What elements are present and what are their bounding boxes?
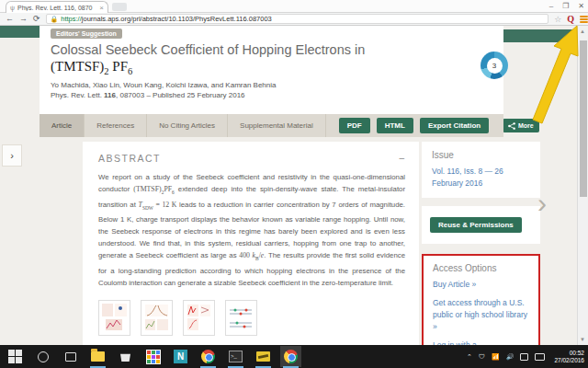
antivirus-tray-icon[interactable]: 🛡 — [479, 353, 485, 360]
window-restore-button[interactable]: ❐ — [562, 0, 569, 12]
reuse-card: Reuse & Permissions — [422, 206, 540, 244]
article-title-line1: Colossal Seebeck Coefficient of Hopping … — [51, 42, 365, 57]
pdf-button[interactable]: PDF — [339, 118, 370, 133]
yellow-app-button[interactable] — [255, 349, 271, 364]
scroll-up-icon[interactable]: ▲ — [580, 29, 585, 34]
access-options-card: Access Options Buy Article » Get access … — [422, 254, 540, 345]
reuse-permissions-button[interactable]: Reuse & Permissions — [430, 217, 522, 233]
more-share-label: More — [518, 122, 534, 129]
cortana-button[interactable] — [35, 349, 51, 364]
page-content: Editors' Suggestion Colossal Seebeck Coe… — [0, 26, 577, 345]
share-nodes-icon — [508, 122, 515, 130]
export-citation-button[interactable]: Export Citation — [420, 118, 489, 133]
tab-no-citing-articles[interactable]: No Citing Articles — [147, 114, 228, 137]
article-header-card: Editors' Suggestion Colossal Seebeck Coe… — [40, 26, 503, 114]
bookmark-star-icon[interactable]: ☆ — [554, 15, 561, 24]
taskbar-clock[interactable]: 00:52 27/02/2016 — [554, 350, 584, 364]
browser-toolbar: ← → ⟳ 🔒 https://journals.aps.org/prl/abs… — [0, 13, 588, 26]
abstract-card: ABSTRACT – We report on a study of the S… — [83, 142, 419, 345]
forward-button[interactable]: → — [19, 13, 28, 25]
altmetric-badge[interactable]: 3 — [481, 52, 508, 79]
yellow-app-icon — [256, 351, 270, 362]
grid-app-icon — [146, 350, 161, 364]
back-button[interactable]: ← — [6, 13, 14, 25]
store-button[interactable] — [118, 349, 133, 364]
access-options-heading: Access Options — [433, 263, 529, 273]
library-access-link[interactable]: Get access through a U.S. public or high… — [433, 297, 529, 333]
folder-icon — [91, 351, 105, 362]
tab-article[interactable]: Article — [40, 114, 85, 137]
cortana-circle-icon — [38, 351, 49, 362]
address-bar[interactable]: 🔒 https://journals.aps.org/prl/abstract/… — [46, 14, 549, 24]
tab-title: Phys. Rev. Lett. 116, 0870 — [17, 5, 97, 11]
chrome-menu-icon[interactable] — [580, 15, 588, 24]
n-app-button[interactable]: N — [173, 349, 188, 364]
action-center-icon[interactable] — [520, 353, 528, 361]
figure-3-thumbnail[interactable] — [183, 300, 215, 336]
command-prompt-icon: >_ — [229, 351, 243, 362]
tab-references[interactable]: References — [85, 114, 147, 137]
sidebar-expand-chevron[interactable]: › — [2, 144, 22, 167]
carousel-next-chevron[interactable]: › — [537, 190, 547, 217]
page-scrollbar[interactable]: ▲ ▼ — [577, 26, 588, 345]
site-header-bar-right — [503, 29, 577, 42]
windows-taskbar: N >_ ⌃ 🛡 📶 🔊 00:52 27/02/2016 — [0, 345, 588, 368]
altmetric-score: 3 — [487, 58, 503, 74]
tab-close-icon[interactable]: × — [99, 4, 104, 12]
volume-icon[interactable]: 🔊 — [506, 353, 514, 361]
keyboard-icon[interactable] — [535, 353, 545, 361]
tray-expand-icon[interactable]: ⌃ — [467, 353, 472, 361]
site-header-bar-left — [0, 26, 40, 38]
network-icon[interactable]: 📶 — [492, 353, 500, 361]
window-minimize-button[interactable]: – — [549, 0, 553, 12]
task-view-button[interactable] — [62, 349, 78, 364]
store-bag-icon — [120, 351, 130, 362]
figure-1-thumbnail[interactable] — [98, 300, 130, 336]
chrome-taskbar-button[interactable] — [200, 349, 216, 364]
command-prompt-button[interactable]: >_ — [228, 349, 243, 364]
grid-app-button[interactable] — [145, 349, 161, 364]
system-tray: ⌃ 🛡 📶 🔊 00:52 27/02/2016 — [467, 350, 584, 364]
html-button[interactable]: HTML — [377, 118, 413, 133]
chrome-active-icon — [284, 350, 298, 363]
sidebar: Issue Vol. 116, Iss. 8 — 26 February 201… — [422, 142, 540, 345]
article-citation: Phys. Rev. Lett. 116, 087003 – Published… — [51, 91, 245, 99]
editors-suggestion-badge: Editors' Suggestion — [51, 29, 122, 39]
tab-supplemental-material[interactable]: Supplemental Material — [228, 114, 326, 137]
https-padlock-icon: 🔒 — [51, 16, 59, 23]
scroll-down-icon[interactable]: ▼ — [580, 337, 585, 342]
browser-tabstrip: ψ Phys. Rev. Lett. 116, 0870 × – ❐ ✕ — [0, 0, 588, 13]
url-text: journals.aps.org/prl/abstract/10.1103/Ph… — [82, 15, 272, 23]
screen: ψ Phys. Rev. Lett. 116, 0870 × – ❐ ✕ ← →… — [0, 0, 588, 368]
article-tabbar: Article References No Citing Articles Su… — [40, 114, 503, 137]
buy-article-link[interactable]: Buy Article » — [433, 279, 529, 291]
chrome-icon — [201, 350, 215, 363]
article-title-formula: (TMTSF)2 PF6 — [51, 59, 132, 76]
issue-heading: Issue — [432, 150, 530, 160]
chrome-active-button[interactable] — [283, 349, 299, 364]
clock-date: 27/02/2016 — [554, 357, 584, 364]
article-authors: Yo Machida, Xiao Lin, Woun Kang, Koichi … — [51, 81, 277, 89]
new-tab-button[interactable] — [112, 3, 127, 11]
figure-2-thumbnail[interactable] — [141, 300, 173, 336]
task-view-icon — [65, 352, 76, 362]
window-close-button[interactable]: ✕ — [578, 0, 584, 12]
abstract-text: We report on a study of the Seebeck coef… — [98, 171, 405, 289]
figure-4-thumbnail[interactable] — [225, 300, 257, 336]
browser-tab[interactable]: ψ Phys. Rev. Lett. 116, 0870 × — [6, 1, 108, 13]
collapse-abstract-icon[interactable]: – — [399, 153, 404, 163]
abstract-heading: ABSTRACT — [98, 153, 161, 164]
more-share-button[interactable]: More — [503, 119, 539, 132]
reload-button[interactable]: ⟳ — [33, 13, 40, 25]
file-explorer-button[interactable] — [90, 349, 106, 364]
n-app-icon: N — [174, 350, 187, 363]
clock-time: 00:52 — [554, 350, 584, 357]
issue-link[interactable]: Vol. 116, Iss. 8 — 26 February 2016 — [432, 166, 530, 190]
q-extension-icon[interactable]: Q — [567, 14, 574, 24]
aps-favicon-icon: ψ — [10, 5, 15, 11]
url-scheme: https:// — [61, 15, 82, 23]
figure-thumbnails — [98, 300, 257, 336]
issue-card: Issue Vol. 116, Iss. 8 — 26 February 201… — [422, 142, 540, 198]
start-button[interactable] — [7, 349, 23, 364]
scrollbar-thumb[interactable] — [580, 40, 587, 197]
